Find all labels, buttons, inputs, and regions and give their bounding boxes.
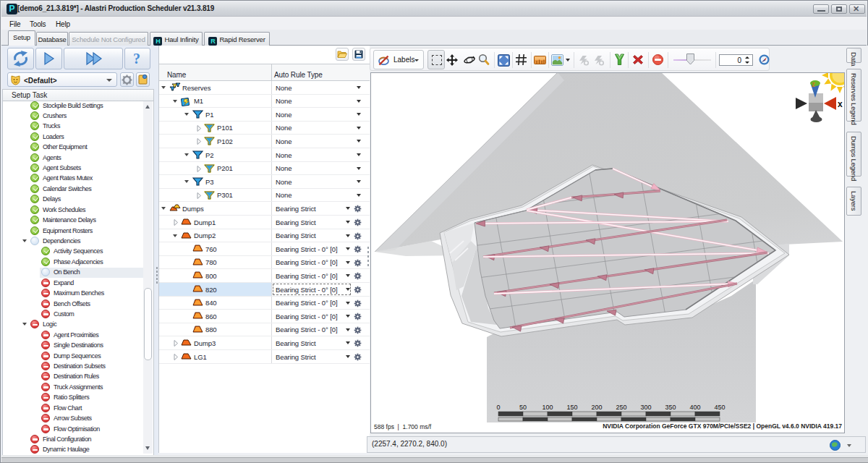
svg-text:?: ? bbox=[133, 51, 140, 67]
svg-text:x: x bbox=[838, 99, 843, 109]
svg-text:z: z bbox=[812, 80, 815, 88]
svg-text:300: 300 bbox=[640, 404, 651, 411]
svg-text:350: 350 bbox=[665, 404, 676, 411]
svg-text:588 fps | 1.700 ms/f: 588 fps | 1.700 ms/f bbox=[374, 423, 432, 430]
svg-text:250: 250 bbox=[616, 404, 626, 411]
svg-text:200: 200 bbox=[591, 404, 602, 411]
svg-text:50: 50 bbox=[519, 404, 527, 411]
svg-text:150: 150 bbox=[566, 404, 577, 411]
svg-text:400: 400 bbox=[689, 404, 700, 411]
svg-text:0: 0 bbox=[496, 404, 500, 411]
svg-text:450: 450 bbox=[714, 404, 725, 411]
svg-text:100: 100 bbox=[542, 404, 553, 411]
svg-text:NVIDIA Corporation GeForce GTX: NVIDIA Corporation GeForce GTX 970M/PCIe… bbox=[603, 422, 842, 430]
